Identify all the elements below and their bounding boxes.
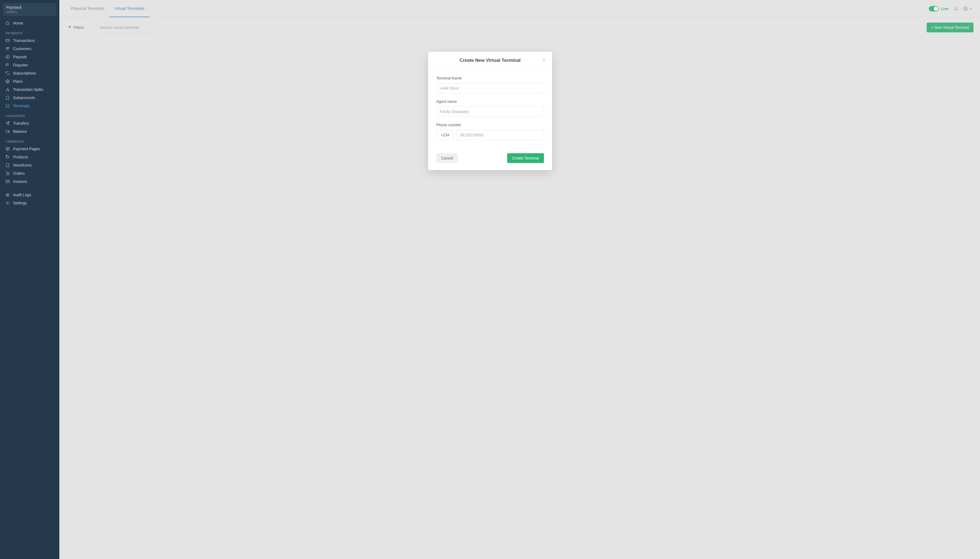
terminal-name-input[interactable] [436, 83, 544, 93]
modal-title: Create New Virtual Terminal [435, 58, 546, 63]
modal-body: Terminal Name Agent name Phone number +2… [428, 69, 552, 148]
modal-footer: Cancel Create Terminal [428, 148, 552, 170]
modal-overlay[interactable]: Create New Virtual Terminal Terminal Nam… [0, 0, 980, 559]
close-icon[interactable] [541, 57, 547, 64]
create-terminal-button[interactable]: Create Terminal [507, 153, 544, 163]
create-virtual-terminal-modal: Create New Virtual Terminal Terminal Nam… [428, 52, 552, 170]
agent-name-label: Agent name [436, 99, 544, 104]
modal-header: Create New Virtual Terminal [428, 52, 552, 69]
agent-name-input[interactable] [436, 106, 544, 117]
phone-number-label: Phone number [436, 123, 544, 127]
cancel-button[interactable]: Cancel [436, 153, 458, 163]
terminal-name-label: Terminal Name [436, 76, 544, 80]
phone-number-input[interactable] [457, 130, 544, 140]
phone-country-code[interactable]: +234 [436, 130, 454, 140]
